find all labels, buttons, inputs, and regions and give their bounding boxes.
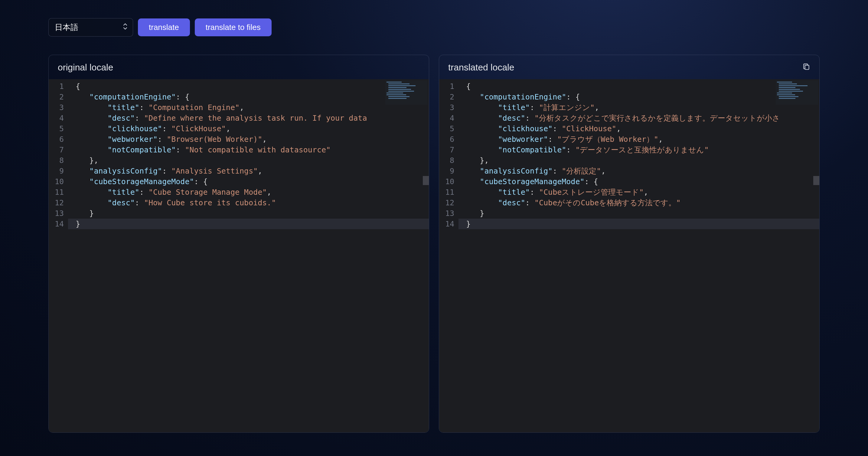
panel-header: original locale [49, 55, 429, 79]
chevron-up-down-icon [123, 23, 128, 32]
translated-code-editor[interactable]: 1 2 3 4 5 6 7 8 9 10 11 12 13 14 { "comp… [439, 79, 819, 432]
svg-rect-11 [805, 65, 809, 70]
scrollbar-thumb[interactable] [813, 176, 819, 185]
translated-locale-panel: translated locale 1 2 3 4 5 6 7 8 9 10 1… [439, 55, 819, 433]
code-content: { "computationEngine": { "title": "Compu… [68, 79, 429, 432]
panel-title: translated locale [448, 62, 514, 72]
panel-title: original locale [58, 62, 113, 72]
language-select[interactable]: 日本語 [49, 18, 133, 37]
original-code-editor[interactable]: 1 2 3 4 5 6 7 8 9 10 11 12 13 14 { "comp… [49, 79, 429, 432]
scrollbar-thumb[interactable] [423, 176, 429, 185]
translate-to-files-button[interactable]: translate to files [195, 19, 272, 36]
line-gutter: 1 2 3 4 5 6 7 8 9 10 11 12 13 14 [439, 79, 459, 432]
panels-row: original locale 1 2 3 4 5 6 7 8 9 10 11 … [49, 55, 819, 433]
language-selected-value: 日本語 [55, 23, 78, 32]
original-locale-panel: original locale 1 2 3 4 5 6 7 8 9 10 11 … [49, 55, 429, 433]
code-content: { "computationEngine": { "title": "計算エンジ… [459, 79, 819, 432]
toolbar: 日本語 translate translate to files [49, 18, 819, 37]
copy-icon[interactable] [802, 62, 810, 72]
line-gutter: 1 2 3 4 5 6 7 8 9 10 11 12 13 14 [49, 79, 68, 432]
translate-button[interactable]: translate [138, 19, 190, 36]
panel-header: translated locale [439, 55, 819, 79]
